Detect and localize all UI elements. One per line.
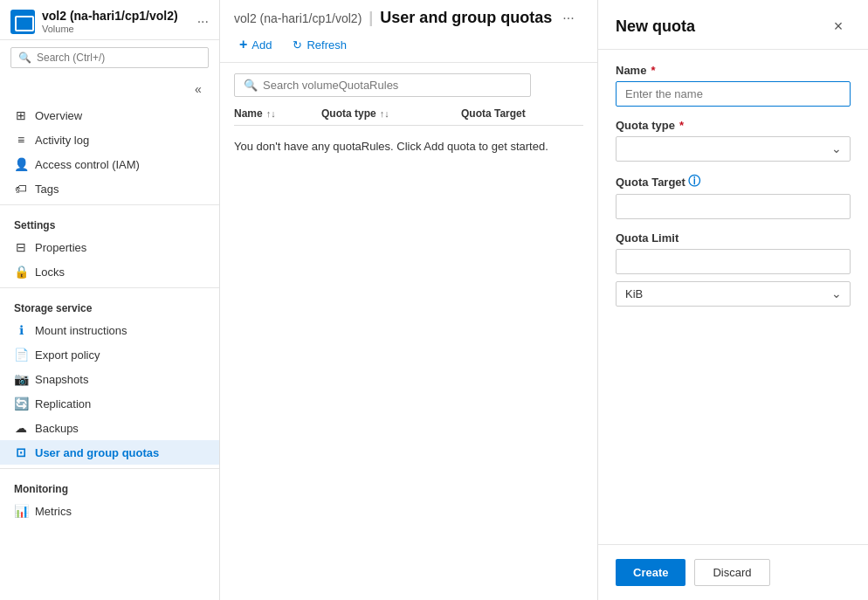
nav-label-snapshots: Snapshots — [35, 373, 88, 386]
discard-button[interactable]: Discard — [694, 559, 769, 586]
close-icon: × — [834, 17, 844, 36]
quota-limit-unit-wrapper: KiB MiB GiB TiB — [616, 281, 851, 307]
sidebar-item-tags[interactable]: 🏷 Tags — [0, 176, 219, 201]
sidebar-item-user-group-quotas[interactable]: ⊡ User and group quotas — [0, 440, 219, 465]
sidebar-search-input[interactable] — [37, 52, 201, 64]
sidebar-item-export-policy[interactable]: 📄 Export policy — [0, 342, 219, 367]
col-quota-target: Quota Target — [461, 107, 583, 120]
create-button[interactable]: Create — [616, 559, 685, 586]
sidebar-nav: ⊞ Overview ≡ Activity log 👤 Access contr… — [0, 103, 219, 523]
sidebar-item-snapshots[interactable]: 📷 Snapshots — [0, 367, 219, 391]
panel-title: New quota — [616, 17, 695, 36]
sidebar-search[interactable]: 🔍 — [10, 47, 209, 68]
quota-target-input[interactable] — [616, 194, 851, 219]
lock-icon: 🔒 — [14, 265, 28, 279]
close-panel-button[interactable]: × — [826, 14, 851, 38]
sidebar-item-access-control[interactable]: 👤 Access control (IAM) — [0, 152, 219, 176]
tag-icon: 🏷 — [14, 182, 28, 196]
monitoring-section-label: Monitoring — [0, 472, 219, 499]
name-field-group: Name * — [616, 64, 851, 107]
properties-icon: ⊟ — [14, 240, 28, 254]
quota-target-label: Quota Target ⓘ — [616, 174, 851, 190]
nav-label-tags: Tags — [35, 183, 59, 196]
nav-label-mount-instructions: Mount instructions — [35, 324, 127, 337]
nav-label-backups: Backups — [35, 422, 79, 435]
nav-label-properties: Properties — [35, 241, 86, 254]
sort-quota-type-icon[interactable]: ↑↓ — [380, 108, 389, 119]
volume-subtitle: Volume — [42, 24, 178, 34]
nav-label-replication: Replication — [35, 397, 91, 410]
table-header: Name ↑↓ Quota type ↑↓ Quota Target — [234, 107, 583, 126]
sidebar-item-metrics[interactable]: 📊 Metrics — [0, 499, 219, 523]
quota-search-input[interactable] — [263, 79, 521, 92]
quota-type-label: Quota type * — [616, 119, 851, 132]
grid-icon: ⊞ — [14, 108, 28, 122]
volume-title: vol2 (na-hari1/cp1/vol2) — [42, 9, 178, 23]
quotas-icon: ⊡ — [14, 445, 28, 459]
sidebar-item-locks[interactable]: 🔒 Locks — [0, 259, 219, 284]
toolbar: + Add ↻ Refresh — [234, 27, 583, 55]
new-quota-panel: New quota × Name * Quota type * Individu… — [597, 0, 868, 600]
sidebar-item-replication[interactable]: 🔄 Replication — [0, 391, 219, 416]
add-button[interactable]: + Add — [234, 34, 277, 55]
nav-label-activity-log: Activity log — [35, 134, 89, 147]
nav-label-user-group-quotas: User and group quotas — [35, 446, 159, 459]
plus-icon: + — [239, 37, 247, 52]
sort-name-icon[interactable]: ↑↓ — [266, 108, 276, 119]
sidebar-item-backups[interactable]: ☁ Backups — [0, 416, 219, 440]
sidebar-header: vol2 (na-hari1/cp1/vol2) Volume ··· — [0, 0, 219, 40]
panel-header: New quota × — [598, 0, 868, 50]
sidebar-item-mount-instructions[interactable]: ℹ Mount instructions — [0, 318, 219, 342]
search-quota-icon: 🔍 — [244, 79, 258, 92]
snapshot-icon: 📷 — [14, 372, 28, 386]
quota-type-required: * — [679, 119, 684, 132]
export-icon: 📄 — [14, 348, 28, 362]
sidebar: vol2 (na-hari1/cp1/vol2) Volume ··· 🔍 « … — [0, 0, 220, 600]
nav-label-export-policy: Export policy — [35, 348, 100, 362]
col-quota-type: Quota type ↑↓ — [321, 107, 461, 120]
breadcrumb-volume: vol2 (na-hari1/cp1/vol2) — [234, 11, 362, 25]
nav-label-overview: Overview — [35, 109, 82, 122]
collapse-button[interactable]: « — [188, 79, 209, 100]
quota-limit-label: Quota Limit — [616, 231, 851, 245]
sidebar-item-activity-log[interactable]: ≡ Activity log — [0, 128, 219, 152]
settings-section-label: Settings — [0, 209, 219, 235]
panel-footer: Create Discard — [598, 544, 868, 600]
quota-target-info-icon[interactable]: ⓘ — [688, 174, 700, 190]
quota-type-select[interactable]: Individual user quota Individual group q… — [616, 136, 851, 162]
name-input[interactable] — [616, 81, 851, 107]
storage-section-label: Storage service — [0, 292, 219, 318]
nav-label-metrics: Metrics — [35, 505, 72, 518]
panel-body: Name * Quota type * Individual user quot… — [598, 50, 868, 544]
main-header: vol2 (na-hari1/cp1/vol2) | User and grou… — [220, 0, 597, 63]
person-icon: 👤 — [14, 157, 28, 171]
quota-limit-input[interactable] — [616, 249, 851, 274]
name-label: Name * — [616, 64, 851, 77]
sidebar-item-overview[interactable]: ⊞ Overview — [0, 103, 219, 128]
refresh-button[interactable]: ↻ Refresh — [287, 36, 352, 54]
content-area: 🔍 Name ↑↓ Quota type ↑↓ Quota Target You… — [220, 63, 597, 600]
nav-label-access-control: Access control (IAM) — [35, 158, 140, 171]
name-required: * — [651, 64, 655, 77]
search-icon: 🔍 — [18, 52, 31, 64]
info-circle-icon: ℹ — [14, 323, 28, 337]
quota-type-select-wrapper: Individual user quota Individual group q… — [616, 136, 851, 162]
more-options-icon[interactable]: ··· — [197, 14, 209, 30]
sidebar-item-properties[interactable]: ⊟ Properties — [0, 235, 219, 259]
replication-icon: 🔄 — [14, 397, 28, 410]
metrics-icon: 📊 — [14, 504, 28, 518]
nav-label-locks: Locks — [35, 266, 65, 279]
page-title: vol2 (na-hari1/cp1/vol2) | User and grou… — [234, 9, 583, 27]
quota-target-field-group: Quota Target ⓘ — [616, 174, 851, 219]
more-options-main-icon[interactable]: ··· — [562, 10, 574, 26]
refresh-icon: ↻ — [293, 38, 302, 52]
main-content: vol2 (na-hari1/cp1/vol2) | User and grou… — [220, 0, 597, 600]
volume-icon — [10, 10, 35, 34]
quota-limit-unit-select[interactable]: KiB MiB GiB TiB — [616, 281, 851, 307]
activity-icon: ≡ — [14, 133, 28, 147]
backup-icon: ☁ — [14, 421, 28, 435]
col-name: Name ↑↓ — [234, 107, 321, 120]
quota-search[interactable]: 🔍 — [234, 73, 531, 97]
empty-message: You don't have any quotaRules. Click Add… — [234, 140, 583, 153]
quota-type-field-group: Quota type * Individual user quota Indiv… — [616, 119, 851, 162]
